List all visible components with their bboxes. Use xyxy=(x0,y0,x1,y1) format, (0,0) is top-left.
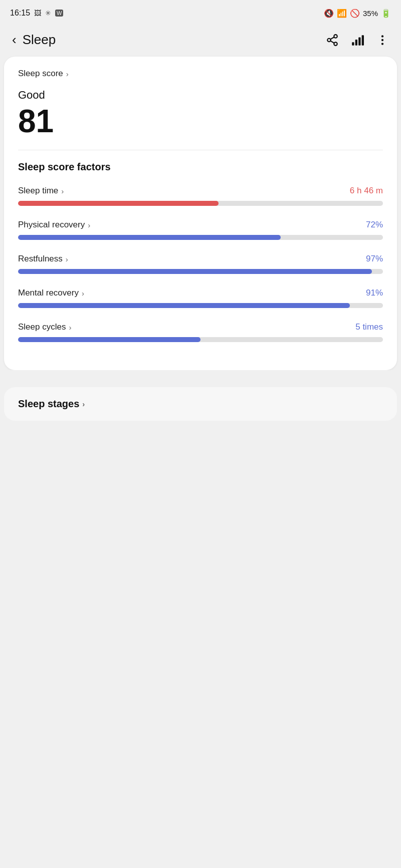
sleep-cycles-value: 5 times xyxy=(355,322,383,332)
sleep-score-link[interactable]: Sleep score › xyxy=(18,69,383,79)
nav-left-group: ‹ Sleep xyxy=(12,32,56,48)
page-title: Sleep xyxy=(23,32,56,48)
sleep-time-value: 6 h 46 m xyxy=(350,186,383,196)
status-time: 16:15 🖼 ✳ W xyxy=(10,9,63,18)
factor-sleep-cycles: Sleep cycles › 5 times xyxy=(18,322,383,342)
battery-icon: 🔋 xyxy=(381,9,391,18)
mental-recovery-chevron: › xyxy=(82,289,84,298)
photo-icon: 🖼 xyxy=(34,9,41,17)
block-icon: 🚫 xyxy=(350,9,360,18)
divider xyxy=(18,150,383,150)
pinwheel-icon: ✳ xyxy=(45,9,51,17)
wear-icon: W xyxy=(55,10,63,17)
stats-icon[interactable] xyxy=(351,34,364,47)
factor-physical-recovery: Physical recovery › 72% xyxy=(18,220,383,240)
stages-section: Sleep stages › xyxy=(4,387,397,421)
factor-restfulness: Restfulness › 97% xyxy=(18,254,383,274)
factor-mental-recovery-header: Mental recovery › 91% xyxy=(18,288,383,298)
nav-bar: ‹ Sleep xyxy=(0,25,401,55)
nav-right-group xyxy=(326,34,389,47)
stages-label: Sleep stages xyxy=(18,398,79,410)
card-gap xyxy=(0,370,401,379)
time-display: 16:15 xyxy=(10,9,30,18)
svg-point-11 xyxy=(381,43,383,45)
main-card: Sleep score › Good 81 Sleep score factor… xyxy=(4,57,397,370)
sleep-score-chevron: › xyxy=(66,70,69,78)
sleep-cycles-chevron: › xyxy=(69,323,71,332)
factors-section: Sleep score factors Sleep time › 6 h 46 … xyxy=(18,161,383,342)
stages-link[interactable]: Sleep stages › xyxy=(18,398,383,410)
factor-physical-recovery-header: Physical recovery › 72% xyxy=(18,220,383,230)
sleep-time-progress-container xyxy=(18,201,383,206)
svg-rect-7 xyxy=(358,37,360,45)
physical-recovery-progress-fill xyxy=(18,235,281,240)
svg-line-4 xyxy=(330,37,334,39)
sleep-score-label: Sleep score xyxy=(18,69,63,79)
factor-sleep-cycles-header: Sleep cycles › 5 times xyxy=(18,322,383,332)
physical-recovery-chevron: › xyxy=(88,221,90,229)
stages-chevron: › xyxy=(82,400,85,408)
mental-recovery-progress-container xyxy=(18,303,383,308)
back-button[interactable]: ‹ xyxy=(12,32,17,48)
restfulness-value: 97% xyxy=(366,254,383,264)
mental-recovery-progress-fill xyxy=(18,303,350,308)
sleep-time-progress-fill xyxy=(18,201,219,206)
physical-recovery-value: 72% xyxy=(366,220,383,230)
mental-recovery-value: 91% xyxy=(366,288,383,298)
wifi-icon: 📶 xyxy=(337,9,347,18)
factor-sleep-time-label[interactable]: Sleep time › xyxy=(18,186,64,196)
restfulness-chevron: › xyxy=(66,255,68,263)
status-indicators: 🔇 📶 🚫 35% 🔋 xyxy=(324,9,391,18)
svg-rect-8 xyxy=(362,35,364,46)
physical-recovery-progress-container xyxy=(18,235,383,240)
sleep-cycles-progress-container xyxy=(18,337,383,342)
factor-restfulness-header: Restfulness › 97% xyxy=(18,254,383,264)
restfulness-progress-container xyxy=(18,269,383,274)
sleep-score-number: 81 xyxy=(18,104,383,139)
svg-line-3 xyxy=(330,41,334,43)
factor-restfulness-label[interactable]: Restfulness › xyxy=(18,254,68,264)
svg-point-10 xyxy=(381,39,383,41)
factor-sleep-time-header: Sleep time › 6 h 46 m xyxy=(18,186,383,196)
sleep-time-chevron: › xyxy=(61,187,64,195)
share-icon[interactable] xyxy=(326,34,339,47)
factor-physical-recovery-label[interactable]: Physical recovery › xyxy=(18,220,90,230)
battery-percent: 35% xyxy=(363,9,378,18)
sleep-cycles-progress-fill xyxy=(18,337,200,342)
factor-mental-recovery-label[interactable]: Mental recovery › xyxy=(18,288,84,298)
mute-icon: 🔇 xyxy=(324,9,334,18)
svg-rect-5 xyxy=(352,42,354,46)
svg-point-9 xyxy=(381,35,383,37)
status-bar: 16:15 🖼 ✳ W 🔇 📶 🚫 35% 🔋 xyxy=(0,0,401,25)
sleep-quality-label: Good xyxy=(18,89,383,102)
factors-title: Sleep score factors xyxy=(18,161,383,173)
more-icon[interactable] xyxy=(376,34,389,47)
factor-mental-recovery: Mental recovery › 91% xyxy=(18,288,383,308)
svg-rect-6 xyxy=(355,39,357,45)
factor-sleep-time: Sleep time › 6 h 46 m xyxy=(18,186,383,206)
factor-sleep-cycles-label[interactable]: Sleep cycles › xyxy=(18,322,71,332)
restfulness-progress-fill xyxy=(18,269,372,274)
